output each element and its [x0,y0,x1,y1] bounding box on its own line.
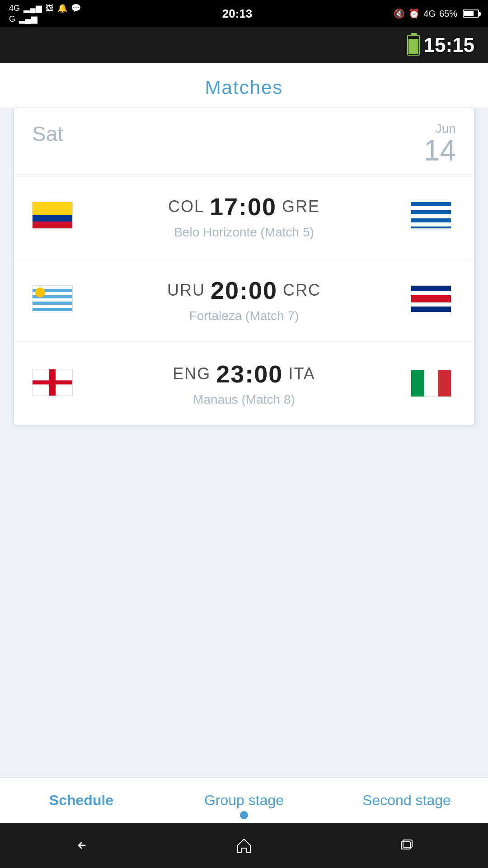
flag-england [32,369,73,396]
tab-schedule[interactable]: Schedule [0,778,163,823]
network-4g-right: 4G [423,9,436,19]
match-row[interactable]: COL 17:00 GRE Belo Horizonte (Match 5) [14,175,474,258]
bottom-spacer [0,425,488,561]
flag-greece-container [411,202,456,231]
mute-icon: 🔇 [394,8,405,19]
nav-tabs: Schedule Group stage Second stage [0,778,488,823]
flag-greece [411,202,451,229]
tab-second-stage-label: Second stage [362,792,451,809]
secondary-clock: 15:15 [407,34,474,57]
battery-green-icon [407,35,420,56]
team2-code-3: ITA [288,364,315,383]
date-num: 14 [424,134,456,167]
flag-uruguay [32,285,73,312]
recents-button[interactable] [393,832,420,859]
team2-code-1: GRE [282,197,320,216]
content-wrap: Sat Jun 14 COL 17:00 GRE Belo Horizonte … [0,108,488,868]
page-title-bar: Matches [0,63,488,108]
date-header: Sat Jun 14 [14,108,474,175]
italy-green [411,370,424,396]
network-label: 4G [9,4,20,13]
matches-card: Sat Jun 14 COL 17:00 GRE Belo Horizonte … [14,108,474,425]
flag-uruguay-container [32,285,77,314]
team1-code-3: ENG [173,364,211,383]
flag-costarica-container [411,285,456,314]
status-network: 4G ▂▄▆ 🖼 🔔 💬 G ▂▄▆ [9,3,81,24]
gallery-icon: 🖼 [46,4,54,13]
match-score-line-2: URU 20:00 CRC [77,276,411,304]
england-v [49,369,56,396]
team2-code-2: CRC [283,281,321,300]
home-button[interactable] [230,832,258,859]
match-center-1: COL 17:00 GRE Belo Horizonte (Match 5) [77,193,411,240]
match-time-2: 20:00 [211,276,277,304]
match-venue-2: Fortaleza (Match 7) [77,309,411,323]
tab-schedule-label: Schedule [49,792,113,809]
match-row[interactable]: URU 20:00 CRC Fortaleza (Match 7) [14,258,474,342]
tab-group-stage-label: Group stage [204,792,284,809]
android-nav [0,823,488,868]
battery-pct: 65% [439,9,457,19]
date-day: Sat [32,122,63,146]
flag-italy [411,370,451,397]
match-center-3: ENG 23:00 ITA Manaus (Match 8) [77,360,411,407]
match-score-line-3: ENG 23:00 ITA [77,360,411,388]
match-time-3: 23:00 [216,360,283,388]
page-title: Matches [0,77,488,99]
team1-code-2: URU [167,281,205,300]
tab-indicator [240,811,248,819]
back-button[interactable] [68,832,95,859]
secondary-time: 15:15 [423,34,474,57]
flag-costarica [411,285,451,312]
network-g: G [9,14,15,24]
flag-italy-container [411,370,456,397]
bell-icon: 🔔 [57,3,67,13]
italy-red [438,370,451,396]
match-time-1: 17:00 [210,193,277,221]
date-month-num: Jun 14 [424,122,456,165]
signal-bars2: ▂▄▆ [19,14,38,24]
flag-colombia-container [32,202,77,231]
match-center-2: URU 20:00 CRC Fortaleza (Match 7) [77,276,411,323]
status-time: 20:13 [222,7,253,21]
tab-second-stage[interactable]: Second stage [325,778,488,823]
alarm-icon: ⏰ [408,8,420,19]
bottom-nav: Schedule Group stage Second stage [0,777,488,868]
match-venue-3: Manaus (Match 8) [77,392,411,407]
flag-england-container [32,369,77,398]
match-row[interactable]: ENG 23:00 ITA Manaus (Match 8) [14,342,474,425]
status-bar: 4G ▂▄▆ 🖼 🔔 💬 G ▂▄▆ 20:13 🔇 ⏰ 4G 65% [0,0,488,27]
status-right-icons: 🔇 ⏰ 4G 65% [394,8,479,19]
battery-icon [463,9,479,18]
secondary-bar: 15:15 [0,27,488,63]
italy-white [424,370,437,396]
signal-bars: ▂▄▆ [23,3,42,13]
tab-group-stage[interactable]: Group stage [163,778,325,823]
uruguay-sun [35,288,45,297]
match-venue-1: Belo Horizonte (Match 5) [77,225,411,240]
wechat-icon: 💬 [71,3,81,13]
match-score-line-1: COL 17:00 GRE [77,193,411,221]
flag-colombia [32,202,73,229]
team1-code-1: COL [168,197,204,216]
